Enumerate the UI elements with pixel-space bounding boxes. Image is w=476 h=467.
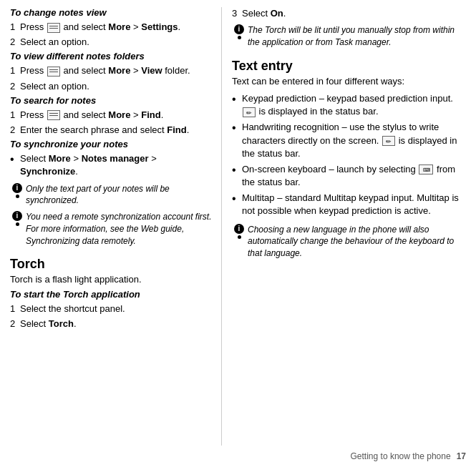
step-text: Select On. bbox=[242, 7, 286, 20]
step-num: 1 bbox=[10, 303, 20, 315]
step-num: 1 bbox=[10, 109, 20, 122]
text-entry-bullets: • Keypad prediction – keypad based predi… bbox=[232, 92, 467, 218]
step-text: Select Torch. bbox=[20, 318, 77, 330]
step-text: Select an option. bbox=[20, 36, 89, 49]
stylus-icon: ✏ bbox=[382, 136, 395, 146]
section-title-view-folders: To view different notes folders bbox=[10, 51, 213, 62]
bullet-text: Multitap – standard Multitap keypad inpu… bbox=[242, 192, 467, 217]
pencil-icon: ✏ bbox=[243, 107, 256, 117]
step-2-torch: 2 Select Torch. bbox=[10, 318, 213, 330]
step-text: Press and select More > Find. bbox=[20, 109, 163, 122]
note-sync-text-only: i Only the text part of your notes will … bbox=[10, 183, 213, 207]
step-text: Enter the search phrase and select Find. bbox=[20, 124, 189, 137]
step-2-change-notes: 2 Select an option. bbox=[10, 36, 213, 49]
step-num: 1 bbox=[10, 21, 20, 34]
bullet-dot: • bbox=[232, 92, 242, 106]
step-1-torch: 1 Select the shortcut panel. bbox=[10, 303, 213, 315]
step-2-view-folders: 2 Select an option. bbox=[10, 80, 213, 93]
notes-icon bbox=[47, 110, 60, 120]
section-title-change-notes-view: To change notes view bbox=[10, 7, 213, 18]
section-view-folders: To view different notes folders 1 Press … bbox=[10, 51, 213, 92]
step-3-on: 3 Select On. bbox=[232, 7, 467, 20]
note-language: i Choosing a new language in the phone w… bbox=[232, 224, 467, 260]
page-number: 17 bbox=[457, 451, 466, 461]
section-start-torch: To start the Torch application 1 Select … bbox=[10, 289, 213, 330]
bullet-text: Handwriting recognition – use the stylus… bbox=[242, 121, 467, 160]
step-1-change-notes: 1 Press and select More > Settings. bbox=[10, 21, 213, 34]
steps-change-notes-view: 1 Press and select More > Settings. 2 Se… bbox=[10, 21, 213, 49]
step-num: 2 bbox=[10, 318, 20, 330]
bullet-dot: • bbox=[232, 192, 242, 205]
step-2-search: 2 Enter the search phrase and select Fin… bbox=[10, 124, 213, 137]
step-num: 1 bbox=[10, 64, 20, 77]
note-icon-circle: i bbox=[234, 24, 244, 34]
note-icon: i bbox=[232, 24, 246, 39]
step-text: Press and select More > View folder. bbox=[20, 64, 190, 77]
text-entry-description: Text can be entered in four different wa… bbox=[232, 75, 467, 88]
step-text: Press and select More > Settings. bbox=[20, 21, 180, 34]
steps-search-notes: 1 Press and select More > Find. 2 Enter … bbox=[10, 109, 213, 137]
step-num: 2 bbox=[10, 36, 20, 49]
text-entry-heading: Text entry bbox=[232, 59, 467, 74]
bullet-multitap: • Multitap – standard Multitap keypad in… bbox=[232, 192, 467, 217]
section-change-notes-view: To change notes view 1 Press and select … bbox=[10, 7, 213, 49]
note-text-sync: Only the text part of your notes will be… bbox=[26, 183, 213, 207]
note-icon-dot bbox=[238, 235, 241, 239]
page-footer: Getting to know the phone 17 bbox=[351, 451, 466, 461]
note-icon-dot bbox=[238, 36, 241, 39]
torch-description: Torch is a flash light application. bbox=[10, 273, 213, 286]
note-icon-circle: i bbox=[234, 224, 244, 234]
left-column: To change notes view 1 Press and select … bbox=[0, 7, 222, 446]
bullet-handwriting: • Handwriting recognition – use the styl… bbox=[232, 121, 467, 160]
steps-start-torch: 1 Select the shortcut panel. 2 Select To… bbox=[10, 303, 213, 330]
bullets-sync-notes: • Select More > Notes manager > Synchron… bbox=[10, 152, 213, 178]
note-icon-dot bbox=[16, 222, 19, 226]
steps-view-folders: 1 Press and select More > View folder. 2… bbox=[10, 64, 213, 92]
bullet-dot: • bbox=[10, 152, 20, 166]
note-text-remote: You need a remote synchronization accoun… bbox=[26, 211, 213, 247]
bullet-onscreen-keyboard: • On-screen keyboard – launch by selecti… bbox=[232, 163, 467, 189]
footer-text: Getting to know the phone bbox=[351, 451, 451, 461]
section-title-start-torch: To start the Torch application bbox=[10, 289, 213, 300]
torch-heading: Torch bbox=[10, 257, 213, 272]
section-title-search-notes: To search for notes bbox=[10, 95, 213, 106]
bullet-sync: • Select More > Notes manager > Synchron… bbox=[10, 152, 213, 178]
section-search-notes: To search for notes 1 Press and select M… bbox=[10, 95, 213, 137]
bullet-text: Select More > Notes manager > Synchroniz… bbox=[20, 152, 213, 178]
step-num: 2 bbox=[10, 80, 20, 93]
step-select-on: 3 Select On. bbox=[232, 7, 467, 20]
keyboard-icon: ⌨ bbox=[419, 164, 433, 174]
section-sync-notes: To synchronize your notes • Select More … bbox=[10, 139, 213, 178]
right-column: 3 Select On. i The Torch will be lit unt… bbox=[222, 7, 476, 446]
note-icon-dot bbox=[16, 195, 19, 198]
step-text: Select an option. bbox=[20, 80, 89, 93]
bullet-dot: • bbox=[232, 121, 242, 134]
bullet-text: Keypad prediction – keypad based predict… bbox=[242, 92, 467, 118]
note-icon-circle: i bbox=[12, 211, 22, 221]
note-torch-lit: i The Torch will be lit until you manual… bbox=[232, 24, 467, 49]
step-text: Select the shortcut panel. bbox=[20, 303, 125, 315]
note-icon: i bbox=[232, 224, 246, 239]
note-text-language: Choosing a new language in the phone wil… bbox=[248, 224, 467, 260]
notes-icon bbox=[47, 67, 60, 77]
step-num: 3 bbox=[232, 7, 242, 20]
bullet-keypad-prediction: • Keypad prediction – keypad based predi… bbox=[232, 92, 467, 118]
bullet-text: On-screen keyboard – launch by selecting… bbox=[242, 163, 467, 189]
note-icon-circle: i bbox=[12, 183, 22, 193]
step-1-search: 1 Press and select More > Find. bbox=[10, 109, 213, 122]
note-icon: i bbox=[10, 183, 24, 198]
notes-icon bbox=[47, 23, 60, 33]
step-num: 2 bbox=[10, 124, 20, 137]
section-title-sync-notes: To synchronize your notes bbox=[10, 139, 213, 149]
note-text-torch: The Torch will be lit until you manually… bbox=[248, 24, 467, 49]
step-1-view-folders: 1 Press and select More > View folder. bbox=[10, 64, 213, 77]
note-remote-sync: i You need a remote synchronization acco… bbox=[10, 211, 213, 247]
bullet-dot: • bbox=[232, 163, 242, 177]
note-icon: i bbox=[10, 211, 24, 226]
